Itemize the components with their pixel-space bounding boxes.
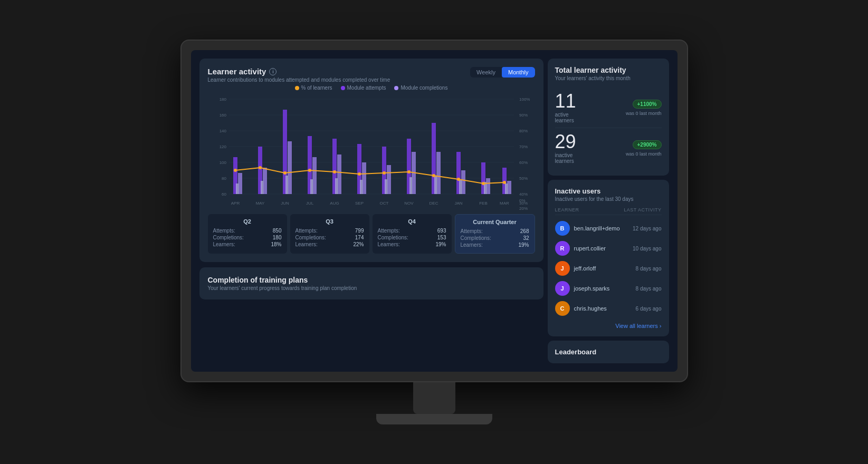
active-count: 11 [555,92,576,111]
svg-text:DEC: DEC [429,201,438,206]
legend-pct-label: % of learners [301,85,332,91]
leaderboard-card: Leaderboard [548,341,669,363]
svg-rect-42 [461,170,465,194]
avatar: J [555,281,570,296]
monitor-stand-neck [413,382,455,414]
svg-text:40%: 40% [519,192,528,197]
svg-rect-26 [263,168,267,194]
inactive-badge: +2900% [633,140,662,149]
completion-card: Completion of training plans Your learne… [199,267,543,299]
inactive-badge-sub: was 0 last month [626,151,662,157]
quarter-q2: Q2 Attempts: 850 Completions: 180 Learne… [208,214,287,254]
stats-title: Total learner activity [555,66,662,74]
chart-svg: 180 160 140 120 100 80 60 100% 90% 80% 7… [208,94,535,210]
svg-text:80: 80 [222,176,226,181]
svg-rect-32 [337,154,341,194]
svg-point-65 [383,171,386,175]
info-icon[interactable]: i [269,68,276,75]
inactive-count: 29 [555,132,576,151]
legend-completions-dot [394,86,398,90]
user-left-4: C chris.hughes [555,301,607,316]
q3-attempts: Attempts: 799 [295,228,364,234]
view-all-learners[interactable]: View all learners › [555,323,662,329]
active-badge-area: +1100% was 0 last month [626,100,662,116]
list-item: C chris.hughes 6 days ago [555,298,662,318]
user-left-2: J jeff.orloff [555,261,596,276]
user-left-3: J joseph.sparks [555,281,610,296]
svg-rect-28 [288,141,292,194]
chart-card: Learner activity i Learner contributions… [199,59,543,262]
q3-title: Q3 [295,218,364,225]
svg-rect-46 [507,181,511,194]
completion-title: Completion of training plans [208,276,535,284]
inactive-users-title: Inactive users [555,187,662,195]
svg-text:160: 160 [219,113,226,118]
avatar: B [555,221,570,236]
svg-text:AUG: AUG [330,201,339,206]
chart-subtitle: Learner contributions to modules attempt… [208,77,390,83]
list-item: J jeff.orloff 8 days ago [555,258,662,278]
chart-title-area: Learner activity i Learner contributions… [208,67,390,83]
svg-point-59 [234,169,237,172]
svg-rect-53 [385,179,387,194]
current-attempts: Attempts: 268 [461,228,529,234]
list-item: J joseph.sparks 8 days ago [555,278,662,298]
active-stat-left: 11 activelearners [555,92,576,123]
q2-completions: Completions: 180 [213,235,282,240]
active-learners-row: 11 activelearners +1100% was 0 last mont… [555,88,662,128]
legend-completions: Module completions [394,85,447,91]
svg-rect-40 [436,152,441,194]
completion-subtitle: Your learners' current progress towards … [208,285,535,291]
svg-text:100: 100 [219,160,226,165]
user-activity-0: 12 days ago [633,226,662,231]
svg-text:50%: 50% [519,176,528,181]
user-name-3: joseph.sparks [574,285,610,292]
inactive-users-card: Inactive users Inactive users for the la… [548,180,669,336]
svg-rect-56 [459,180,462,194]
col-activity: LAST ACTIVITY [624,207,661,212]
col-learner: LEARNER [555,207,579,212]
user-name-1: rupert.collier [574,245,606,252]
svg-point-69 [482,182,485,185]
legend-attempts-dot [341,86,345,90]
current-quarter-title: Current Quarter [461,219,529,225]
monitor-screen: Learner activity i Learner contributions… [191,50,678,372]
legend-pct: % of learners [295,85,332,91]
active-label: activelearners [555,112,576,123]
svg-text:JUL: JUL [306,201,313,206]
stats-card: Total learner activity Your learners' ac… [548,59,669,176]
user-name-2: jeff.orloff [574,265,596,272]
q4-title: Q4 [378,218,446,225]
inactive-users-subtitle: Inactive users for the last 30 days [555,196,662,202]
q4-learners: Learners: 19% [378,241,446,247]
svg-rect-34 [362,162,366,194]
svg-text:60%: 60% [519,160,528,165]
active-badge: +1100% [633,100,662,109]
leaderboard-title: Leaderboard [555,348,662,356]
inactive-badge-area: +2900% was 0 last month [626,140,662,157]
legend-completions-label: Module completions [400,85,447,91]
svg-text:80%: 80% [519,129,528,133]
active-badge-sub: was 0 last month [626,111,662,116]
svg-text:20%: 20% [519,206,528,210]
svg-rect-55 [434,176,437,194]
q4-completions: Completions: 153 [378,235,446,240]
svg-point-64 [358,172,361,176]
svg-rect-24 [238,173,242,194]
user-left-1: R rupert.collier [555,241,606,256]
weekly-toggle[interactable]: Weekly [470,67,502,78]
svg-rect-48 [261,181,263,194]
monthly-toggle[interactable]: Monthly [502,67,535,78]
svg-text:OCT: OCT [379,201,388,206]
quarter-current: Current Quarter Attempts: 268 Completion… [455,214,535,254]
avatar: J [555,261,570,276]
legend-pct-dot [295,86,299,90]
current-completions: Completions: 32 [461,235,529,241]
chart-legend: % of learners Module attempts Module com… [208,85,535,91]
svg-text:100%: 100% [519,97,530,102]
list-item: B ben.langrill+demo 12 days ago [555,218,662,238]
monitor-wrapper: Learner activity i Learner contributions… [180,40,688,424]
q2-title: Q2 [213,218,282,225]
svg-text:70%: 70% [519,144,528,149]
svg-point-60 [259,166,262,169]
